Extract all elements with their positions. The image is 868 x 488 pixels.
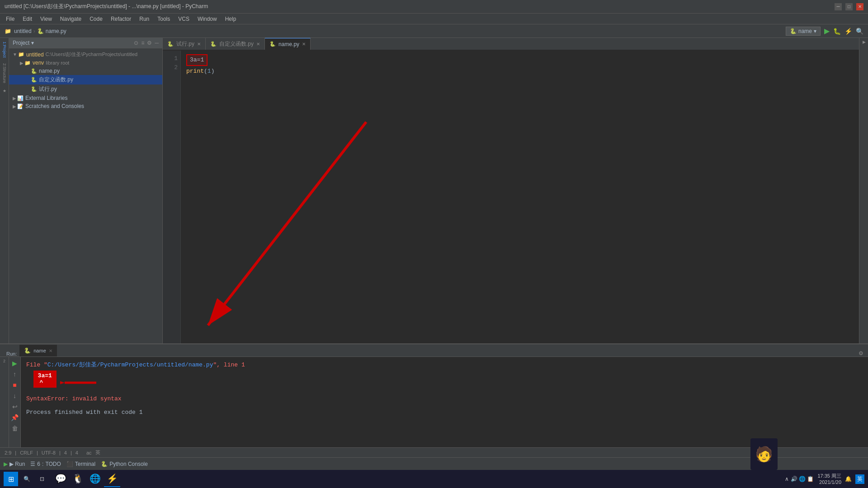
structure-sidebar-icon[interactable]: 2:Structure	[1, 61, 8, 85]
maximize-button[interactable]: □	[845, 3, 853, 10]
tab-trial-py[interactable]: 🐍 试行.py ✕	[163, 38, 206, 50]
sync-files-button[interactable]: ⊙	[134, 40, 138, 46]
pycharm-icon: ⚡	[107, 473, 118, 484]
panel-settings-button[interactable]: ⚙	[147, 40, 152, 46]
menu-run[interactable]: Run	[136, 15, 153, 23]
tree-label-custom-py: 自定义函数.py	[39, 76, 73, 84]
panel-header-left: Project ▾	[13, 40, 34, 46]
tab-close-name[interactable]: ✕	[302, 42, 306, 47]
run-wrap-button[interactable]: ↩	[12, 403, 18, 410]
status-sep4: |	[71, 450, 72, 455]
taskbar-task-view[interactable]: ⊡	[35, 472, 49, 486]
tab-custom-py[interactable]: 🐍 自定义函数.py ✕	[206, 38, 265, 50]
code-area[interactable]: 3a=1 print(1)	[181, 51, 859, 343]
tree-item-custom-py[interactable]: 🐍 自定义函数.py	[9, 75, 162, 84]
tree-arrow-scratches[interactable]: ▶	[13, 104, 16, 109]
menu-edit[interactable]: Edit	[19, 15, 36, 23]
project-sidebar-icon[interactable]: 1:Project	[1, 40, 8, 60]
tree-item-trial-py[interactable]: 🐍 试行.py	[9, 84, 162, 94]
tree-arrow-untitled[interactable]: ▼	[13, 52, 17, 57]
menu-navigate[interactable]: Navigate	[57, 15, 85, 23]
run-stop-button[interactable]: ■	[13, 381, 16, 389]
tab-close-custom[interactable]: ✕	[256, 42, 260, 47]
tree-item-venv[interactable]: ▶ 📁 venv library root	[9, 59, 162, 67]
run-tab-close[interactable]: ✕	[49, 348, 52, 353]
run-scroll-up[interactable]: ↑	[13, 371, 16, 378]
menu-view[interactable]: View	[37, 15, 56, 23]
debug-button[interactable]: 🐛	[833, 28, 841, 35]
menu-tools[interactable]: Tools	[154, 15, 174, 23]
menu-file[interactable]: File	[2, 15, 18, 23]
tree-item-scratches[interactable]: ▶ 📝 Scratches and Consoles	[9, 102, 162, 110]
taskbar-app-wechat[interactable]: 💬	[52, 471, 69, 487]
tree-item-name-py[interactable]: 🐍 name.py	[9, 67, 162, 75]
run-bar-python-console[interactable]: 🐍 Python Console	[101, 461, 148, 467]
clock-date: 2021/1/20	[817, 479, 841, 485]
taskbar-app-pycharm[interactable]: ⚡	[104, 471, 120, 487]
taskbar-time[interactable]: 17:35 周三 2021/1/20	[817, 473, 841, 486]
tab-close-trial[interactable]: ✕	[197, 42, 201, 47]
run-run-icon: ▶	[4, 461, 8, 467]
terminal-icon: ⬛	[66, 461, 73, 467]
collapse-all-button[interactable]: ≡	[141, 40, 144, 46]
taskbar-search-button[interactable]: 🔍	[20, 472, 33, 486]
breadcrumb-filename[interactable]: name.py	[46, 28, 66, 34]
status-extra: 4	[75, 450, 78, 455]
minimize-button[interactable]: ─	[835, 3, 842, 10]
code-paren-close: )	[211, 67, 215, 76]
bottom-side-icons: 2	[0, 357, 9, 447]
status-line-sep[interactable]: CRLF	[20, 450, 33, 455]
tree-item-untitled[interactable]: ▼ 📁 untitled C:\Users\彭佳圣\PycharmProject…	[9, 50, 162, 59]
run-bar-todo[interactable]: ☰ 6 : TODO	[30, 461, 61, 467]
taskbar: ⊞ 🔍 ⊡ 💬 🐧 🌐 ⚡ 🧑 ∧ 🔊 🌐 📋 17:35 周三 2021/1/…	[0, 470, 868, 488]
run-settings-button[interactable]: ⚙	[854, 350, 868, 357]
favorites-sidebar-icon[interactable]: ★	[1, 87, 8, 95]
search-everywhere-button[interactable]: 🔍	[856, 28, 863, 35]
status-sep3: |	[59, 450, 61, 455]
breadcrumb-project[interactable]: untitled	[14, 28, 32, 34]
editor-content[interactable]: 1 2 3a=1 print(1)	[163, 51, 859, 343]
tree-label-ext-libs: External Libraries	[25, 95, 67, 101]
run-restart-button[interactable]: ▶	[12, 360, 17, 367]
taskbar-eng-icon: 英	[855, 474, 864, 484]
tab-label-trial: 试行.py	[176, 40, 194, 48]
browser-icon: 🌐	[90, 473, 101, 484]
run-bar-terminal[interactable]: ⬛ Terminal	[66, 461, 95, 467]
task-view-icon: ⊡	[40, 476, 44, 482]
run-bar-run[interactable]: ▶ ▶ Run	[4, 461, 25, 467]
line-numbers: 1 2	[163, 51, 181, 343]
taskbar-start-button[interactable]: ⊞	[4, 472, 18, 486]
window-controls: ─ □ ✕	[835, 3, 863, 10]
coverage-button[interactable]: ⚡	[844, 28, 852, 35]
menu-refactor[interactable]: Refactor	[107, 15, 135, 23]
bottom-tabs: Run: 🐍 name ✕ ⚙	[0, 344, 868, 357]
menu-help[interactable]: Help	[222, 15, 240, 23]
menu-code[interactable]: Code	[86, 15, 106, 23]
run-toolbar: ▶ ↑ ■ ↓ ↩ 📌 🗑	[9, 357, 21, 447]
py-icon-trial: 🐍	[31, 86, 37, 92]
svg-line-1	[208, 122, 366, 325]
tree-item-ext-libs[interactable]: ▶ 📊 External Libraries	[9, 94, 162, 102]
run-clear-button[interactable]: 🗑	[12, 425, 18, 432]
run-pin-button[interactable]: 📌	[11, 414, 19, 421]
code-arg-1: 1	[208, 67, 211, 76]
taskbar-notification[interactable]: 🔔	[845, 476, 852, 482]
taskbar-app-qq[interactable]: 🐧	[70, 471, 86, 487]
tree-arrow-venv[interactable]: ▶	[20, 61, 24, 66]
run-scroll-down[interactable]: ↓	[13, 392, 16, 399]
tab-name-py[interactable]: 🐍 name.py ✕	[265, 38, 311, 50]
project-icon: 📁	[5, 28, 11, 34]
panel-minimize-button[interactable]: ─	[155, 40, 159, 46]
run-tab-name[interactable]: 🐍 name ✕	[19, 345, 57, 357]
run-bar-console-label: Python Console	[109, 461, 148, 467]
menu-window[interactable]: Window	[194, 15, 221, 23]
status-encoding[interactable]: UTF-8	[42, 450, 56, 455]
run-button[interactable]: ▶	[824, 27, 830, 35]
tab-icon-name: 🐍	[269, 41, 276, 47]
menu-vcs[interactable]: VCS	[175, 15, 193, 23]
run-configuration[interactable]: 🐍 name ▾	[786, 27, 821, 36]
taskbar-right: ∧ 🔊 🌐 📋 17:35 周三 2021/1/20 🔔 英	[785, 473, 864, 486]
taskbar-app-browser[interactable]: 🌐	[87, 471, 103, 487]
tree-arrow-ext-libs[interactable]: ▶	[13, 96, 16, 101]
close-button[interactable]: ✕	[856, 3, 863, 10]
